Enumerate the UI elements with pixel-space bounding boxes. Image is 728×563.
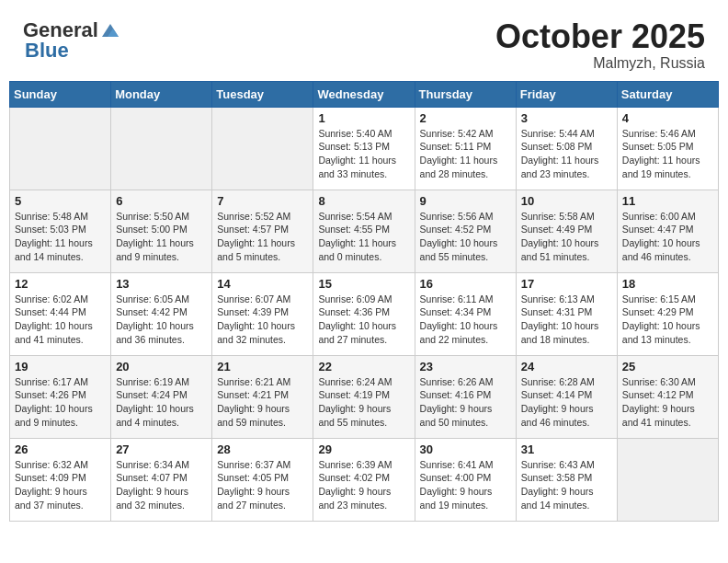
day-info: Sunrise: 5:52 AMSunset: 4:57 PMDaylight:… <box>217 210 308 264</box>
day-info: Sunrise: 5:40 AMSunset: 5:13 PMDaylight:… <box>318 127 409 181</box>
calendar-cell: 26Sunrise: 6:32 AMSunset: 4:09 PMDayligh… <box>10 438 111 521</box>
page-header: General Blue October 2025 Malmyzh, Russi… <box>9 9 719 76</box>
calendar-cell: 6Sunrise: 5:50 AMSunset: 5:00 PMDaylight… <box>111 190 212 272</box>
day-number: 21 <box>217 360 308 373</box>
day-info: Sunrise: 6:26 AMSunset: 4:16 PMDaylight:… <box>420 375 511 430</box>
day-info: Sunrise: 5:54 AMSunset: 4:55 PMDaylight:… <box>318 210 409 264</box>
calendar-cell: 17Sunrise: 6:13 AMSunset: 4:31 PMDayligh… <box>516 272 617 355</box>
calendar-cell: 18Sunrise: 6:15 AMSunset: 4:29 PMDayligh… <box>617 272 718 355</box>
calendar-cell: 8Sunrise: 5:54 AMSunset: 4:55 PMDaylight… <box>313 190 415 272</box>
logo: General Blue <box>23 18 120 63</box>
weekday-sunday: Sunday <box>10 81 111 107</box>
day-info: Sunrise: 5:42 AMSunset: 5:11 PMDaylight:… <box>420 127 511 181</box>
day-info: Sunrise: 6:02 AMSunset: 4:44 PMDaylight:… <box>15 293 106 347</box>
day-number: 5 <box>15 194 106 208</box>
title-area: October 2025 Malmyzh, Russia <box>495 18 705 72</box>
day-number: 26 <box>15 442 106 456</box>
day-info: Sunrise: 6:43 AMSunset: 3:58 PMDaylight:… <box>521 458 612 512</box>
day-info: Sunrise: 5:56 AMSunset: 4:52 PMDaylight:… <box>420 210 511 264</box>
calendar-cell: 2Sunrise: 5:42 AMSunset: 5:11 PMDaylight… <box>415 107 516 190</box>
weekday-saturday: Saturday <box>617 81 718 107</box>
day-info: Sunrise: 6:37 AMSunset: 4:05 PMDaylight:… <box>217 458 308 512</box>
day-number: 9 <box>420 194 511 208</box>
calendar-cell: 14Sunrise: 6:07 AMSunset: 4:39 PMDayligh… <box>212 272 313 355</box>
day-number: 17 <box>521 277 612 291</box>
weekday-thursday: Thursday <box>415 81 516 107</box>
day-info: Sunrise: 6:00 AMSunset: 4:47 PMDaylight:… <box>622 210 713 264</box>
day-number: 28 <box>217 442 308 456</box>
calendar-cell: 19Sunrise: 6:17 AMSunset: 4:26 PMDayligh… <box>10 355 111 438</box>
calendar-cell: 20Sunrise: 6:19 AMSunset: 4:24 PMDayligh… <box>111 355 212 438</box>
day-number: 22 <box>318 360 409 373</box>
day-info: Sunrise: 6:28 AMSunset: 4:14 PMDaylight:… <box>521 375 612 430</box>
day-number: 23 <box>420 360 511 373</box>
logo-icon <box>100 22 120 39</box>
weekday-header-row: SundayMondayTuesdayWednesdayThursdayFrid… <box>10 81 719 107</box>
calendar-cell <box>212 107 313 190</box>
weekday-friday: Friday <box>516 81 617 107</box>
calendar-cell: 11Sunrise: 6:00 AMSunset: 4:47 PMDayligh… <box>617 190 718 272</box>
day-info: Sunrise: 5:48 AMSunset: 5:03 PMDaylight:… <box>15 210 106 264</box>
day-number: 15 <box>318 277 409 291</box>
calendar-row: 5Sunrise: 5:48 AMSunset: 5:03 PMDaylight… <box>10 190 719 272</box>
day-info: Sunrise: 5:50 AMSunset: 5:00 PMDaylight:… <box>116 210 207 264</box>
day-info: Sunrise: 6:41 AMSunset: 4:00 PMDaylight:… <box>420 458 511 512</box>
day-info: Sunrise: 6:19 AMSunset: 4:24 PMDaylight:… <box>116 375 207 430</box>
calendar-cell: 7Sunrise: 5:52 AMSunset: 4:57 PMDaylight… <box>212 190 313 272</box>
calendar-cell: 9Sunrise: 5:56 AMSunset: 4:52 PMDaylight… <box>415 190 516 272</box>
day-number: 20 <box>116 360 207 373</box>
day-info: Sunrise: 6:21 AMSunset: 4:21 PMDaylight:… <box>217 375 308 430</box>
day-number: 16 <box>420 277 511 291</box>
calendar-cell: 30Sunrise: 6:41 AMSunset: 4:00 PMDayligh… <box>415 438 516 521</box>
calendar-cell: 25Sunrise: 6:30 AMSunset: 4:12 PMDayligh… <box>617 355 718 438</box>
calendar-cell: 24Sunrise: 6:28 AMSunset: 4:14 PMDayligh… <box>516 355 617 438</box>
calendar-cell <box>617 438 718 521</box>
calendar-cell: 12Sunrise: 6:02 AMSunset: 4:44 PMDayligh… <box>10 272 111 355</box>
day-number: 25 <box>622 360 713 373</box>
weekday-tuesday: Tuesday <box>212 81 313 107</box>
location: Malmyzh, Russia <box>495 55 705 72</box>
calendar-cell: 1Sunrise: 5:40 AMSunset: 5:13 PMDaylight… <box>313 107 415 190</box>
calendar-cell: 29Sunrise: 6:39 AMSunset: 4:02 PMDayligh… <box>313 438 415 521</box>
day-number: 8 <box>318 194 409 208</box>
day-info: Sunrise: 6:07 AMSunset: 4:39 PMDaylight:… <box>217 293 308 347</box>
day-info: Sunrise: 6:11 AMSunset: 4:34 PMDaylight:… <box>420 293 511 347</box>
day-info: Sunrise: 6:09 AMSunset: 4:36 PMDaylight:… <box>318 293 409 347</box>
weekday-wednesday: Wednesday <box>313 81 415 107</box>
day-info: Sunrise: 5:46 AMSunset: 5:05 PMDaylight:… <box>622 127 713 181</box>
day-info: Sunrise: 6:30 AMSunset: 4:12 PMDaylight:… <box>622 375 713 430</box>
day-number: 13 <box>116 277 207 291</box>
calendar-cell: 4Sunrise: 5:46 AMSunset: 5:05 PMDaylight… <box>617 107 718 190</box>
calendar-row: 19Sunrise: 6:17 AMSunset: 4:26 PMDayligh… <box>10 355 719 438</box>
day-number: 10 <box>521 194 612 208</box>
calendar-cell <box>111 107 212 190</box>
day-info: Sunrise: 6:24 AMSunset: 4:19 PMDaylight:… <box>318 375 409 430</box>
day-info: Sunrise: 6:34 AMSunset: 4:07 PMDaylight:… <box>116 458 207 512</box>
day-number: 24 <box>521 360 612 373</box>
calendar-cell <box>10 107 111 190</box>
day-number: 29 <box>318 442 409 456</box>
calendar-cell: 28Sunrise: 6:37 AMSunset: 4:05 PMDayligh… <box>212 438 313 521</box>
calendar-cell: 13Sunrise: 6:05 AMSunset: 4:42 PMDayligh… <box>111 272 212 355</box>
day-info: Sunrise: 6:39 AMSunset: 4:02 PMDaylight:… <box>318 458 409 512</box>
day-info: Sunrise: 6:32 AMSunset: 4:09 PMDaylight:… <box>15 458 106 512</box>
day-number: 11 <box>622 194 713 208</box>
day-number: 3 <box>521 111 612 125</box>
calendar-cell: 3Sunrise: 5:44 AMSunset: 5:08 PMDaylight… <box>516 107 617 190</box>
day-number: 30 <box>420 442 511 456</box>
calendar-table: SundayMondayTuesdayWednesdayThursdayFrid… <box>9 81 719 522</box>
day-info: Sunrise: 5:44 AMSunset: 5:08 PMDaylight:… <box>521 127 612 181</box>
weekday-monday: Monday <box>111 81 212 107</box>
day-number: 1 <box>318 111 409 125</box>
calendar-cell: 21Sunrise: 6:21 AMSunset: 4:21 PMDayligh… <box>212 355 313 438</box>
day-number: 6 <box>116 194 207 208</box>
day-number: 27 <box>116 442 207 456</box>
calendar-cell: 31Sunrise: 6:43 AMSunset: 3:58 PMDayligh… <box>516 438 617 521</box>
calendar-row: 26Sunrise: 6:32 AMSunset: 4:09 PMDayligh… <box>10 438 719 521</box>
calendar-cell: 22Sunrise: 6:24 AMSunset: 4:19 PMDayligh… <box>313 355 415 438</box>
day-number: 7 <box>217 194 308 208</box>
day-info: Sunrise: 5:58 AMSunset: 4:49 PMDaylight:… <box>521 210 612 264</box>
calendar-cell: 27Sunrise: 6:34 AMSunset: 4:07 PMDayligh… <box>111 438 212 521</box>
day-info: Sunrise: 6:15 AMSunset: 4:29 PMDaylight:… <box>622 293 713 347</box>
logo-blue: Blue <box>25 39 69 63</box>
